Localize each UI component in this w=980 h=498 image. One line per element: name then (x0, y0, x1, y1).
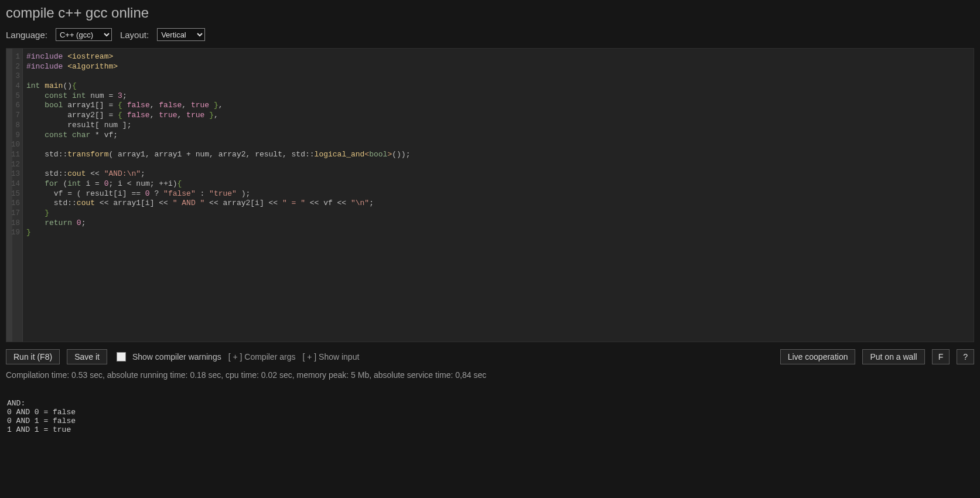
line-number: 3 (6, 71, 20, 81)
code-line[interactable] (26, 160, 970, 170)
code-line[interactable]: std::cout << array1[i] << " AND " << arr… (26, 199, 970, 209)
line-number: 12 (6, 160, 20, 170)
line-number: 18 (6, 219, 20, 228)
code-line[interactable]: } (26, 228, 970, 238)
code-line[interactable]: array2[] = { false, true, true }, (26, 111, 970, 121)
program-output: AND: 0 AND 0 = false 0 AND 1 = false 1 A… (0, 390, 980, 434)
action-bar: Run it (F8) Save it Show compiler warnin… (0, 342, 980, 368)
line-number: 16 (6, 199, 20, 209)
live-cooperation-button[interactable]: Live cooperation (780, 349, 856, 364)
line-number: 14 (6, 179, 20, 189)
code-line[interactable]: vf = ( result[i] == 0 ? "false" : "true"… (26, 189, 970, 199)
language-label: Language: (6, 30, 47, 40)
show-input-toggle[interactable]: [ + ] Show input (302, 352, 359, 361)
plus-icon: [ + ] (228, 352, 243, 361)
line-number: 2 (6, 62, 20, 72)
line-number: 5 (6, 91, 20, 101)
code-line[interactable]: #include <algorithm> (26, 62, 970, 72)
layout-label: Layout: (120, 30, 149, 40)
code-line[interactable]: #include <iostream> (26, 52, 970, 62)
run-button[interactable]: Run it (F8) (6, 349, 60, 364)
line-number: 8 (6, 121, 20, 131)
layout-select[interactable]: Vertical (157, 28, 205, 41)
line-number: 6 (6, 101, 20, 111)
code-line[interactable]: } (26, 209, 970, 219)
code-area[interactable]: #include <iostream>#include <algorithm> … (23, 49, 974, 342)
put-on-wall-button[interactable]: Put on a wall (862, 349, 924, 364)
help-button[interactable]: ? (957, 349, 974, 364)
save-button[interactable]: Save it (67, 349, 107, 364)
line-number: 15 (6, 189, 20, 199)
show-warnings-label: Show compiler warnings (132, 352, 221, 361)
compiler-args-label: Compiler args (244, 352, 295, 361)
show-input-label: Show input (319, 352, 359, 361)
show-warnings-checkbox[interactable] (117, 352, 126, 361)
code-line[interactable]: std::transform( array1, array1 + num, ar… (26, 150, 970, 160)
line-number: 10 (6, 140, 20, 150)
code-line[interactable] (26, 71, 970, 81)
code-line[interactable] (26, 140, 970, 150)
language-select[interactable]: C++ (gcc) (56, 28, 112, 41)
fullscreen-button[interactable]: F (932, 349, 950, 364)
code-line[interactable]: const int num = 3; (26, 91, 970, 101)
line-number: 1 (6, 52, 20, 62)
page-title: compile c++ gcc online (0, 0, 980, 25)
editor-gutter: 12345678910111213141516171819 (6, 49, 23, 342)
code-line[interactable]: return 0; (26, 219, 970, 228)
line-number: 17 (6, 209, 20, 219)
code-line[interactable]: const char * vf; (26, 131, 970, 141)
code-line[interactable]: bool array1[] = { false, false, true }, (26, 101, 970, 111)
plus-icon: [ + ] (302, 352, 316, 361)
code-line[interactable]: std::cout << "AND:\n"; (26, 169, 970, 179)
code-editor[interactable]: 12345678910111213141516171819 #include <… (6, 48, 974, 342)
code-line[interactable]: for (int i = 0; i < num; ++i){ (26, 179, 970, 189)
line-number: 11 (6, 150, 20, 160)
line-number: 9 (6, 131, 20, 141)
code-line[interactable]: result[ num ]; (26, 121, 970, 131)
line-number: 4 (6, 81, 20, 91)
line-number: 7 (6, 111, 20, 121)
code-line[interactable]: int main(){ (26, 81, 970, 91)
line-number: 19 (6, 228, 20, 238)
compiler-args-toggle[interactable]: [ + ] Compiler args (228, 352, 296, 361)
line-number: 13 (6, 169, 20, 179)
compilation-stats: Compilation time: 0.53 sec, absolute run… (0, 368, 980, 382)
toolbar: Language: C++ (gcc) Layout: Vertical (0, 25, 980, 48)
